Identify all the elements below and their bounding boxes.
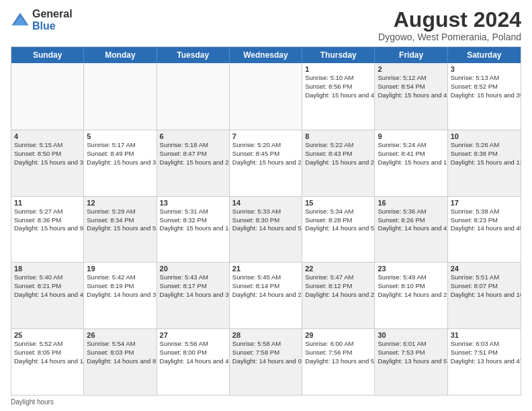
calendar-row: 11Sunrise: 5:27 AMSunset: 8:36 PMDayligh… bbox=[11, 196, 521, 263]
calendar-cell: 13Sunrise: 5:31 AMSunset: 8:32 PMDayligh… bbox=[157, 197, 230, 263]
calendar-cell: 27Sunrise: 5:56 AMSunset: 8:00 PMDayligh… bbox=[157, 329, 230, 395]
daylight-text: Daylight: 15 hours and 20 minutes. bbox=[305, 158, 371, 167]
logo: General Blue bbox=[11, 8, 73, 32]
day-number: 7 bbox=[232, 132, 299, 140]
sunrise-text: Sunrise: 5:51 AM bbox=[451, 273, 518, 282]
logo-text: General Blue bbox=[32, 8, 73, 32]
sunset-text: Sunset: 8:28 PM bbox=[305, 216, 371, 225]
sunrise-text: Sunrise: 5:34 AM bbox=[305, 208, 371, 216]
weekday-header-monday: Monday bbox=[84, 47, 157, 63]
sunset-text: Sunset: 8:47 PM bbox=[160, 150, 226, 158]
calendar-cell: 28Sunrise: 5:58 AMSunset: 7:58 PMDayligh… bbox=[230, 329, 302, 395]
calendar-cell: 30Sunrise: 6:01 AMSunset: 7:53 PMDayligh… bbox=[375, 329, 447, 395]
calendar-row: 1Sunrise: 5:10 AMSunset: 8:56 PMDaylight… bbox=[11, 63, 521, 130]
sunset-text: Sunset: 8:30 PM bbox=[232, 216, 299, 225]
sunrise-text: Sunrise: 5:13 AM bbox=[451, 74, 518, 83]
sunrise-text: Sunrise: 5:18 AM bbox=[160, 141, 226, 150]
calendar-cell: 7Sunrise: 5:20 AMSunset: 8:45 PMDaylight… bbox=[230, 130, 302, 196]
day-number: 6 bbox=[160, 132, 226, 140]
calendar-cell: 2Sunrise: 5:12 AMSunset: 8:54 PMDaylight… bbox=[375, 63, 447, 130]
calendar-cell: 6Sunrise: 5:18 AMSunset: 8:47 PMDaylight… bbox=[157, 130, 230, 196]
calendar-cell bbox=[157, 63, 230, 130]
daylight-text: Daylight: 15 hours and 12 minutes. bbox=[451, 158, 518, 167]
day-number: 5 bbox=[87, 132, 153, 140]
day-number: 10 bbox=[451, 132, 518, 140]
calendar-row: 25Sunrise: 5:52 AMSunset: 8:05 PMDayligh… bbox=[11, 328, 521, 395]
daylight-text: Daylight: 15 hours and 42 minutes. bbox=[378, 91, 444, 100]
header: General Blue August 2024 Dygowo, West Po… bbox=[11, 8, 521, 42]
sunset-text: Sunset: 8:14 PM bbox=[232, 282, 299, 291]
sunset-text: Sunset: 8:43 PM bbox=[305, 150, 371, 158]
daylight-text: Daylight: 15 hours and 35 minutes. bbox=[14, 158, 81, 167]
weekday-header-saturday: Saturday bbox=[448, 47, 521, 63]
month-year: August 2024 bbox=[378, 8, 521, 32]
sunset-text: Sunset: 8:50 PM bbox=[14, 150, 81, 158]
weekday-header-friday: Friday bbox=[375, 47, 447, 63]
sunrise-text: Sunrise: 5:26 AM bbox=[451, 141, 518, 150]
daylight-text: Daylight: 15 hours and 24 minutes. bbox=[232, 158, 299, 167]
sunset-text: Sunset: 8:41 PM bbox=[378, 150, 444, 158]
day-number: 2 bbox=[378, 65, 444, 73]
logo-blue: Blue bbox=[32, 20, 73, 32]
calendar-cell: 18Sunrise: 5:40 AMSunset: 8:21 PMDayligh… bbox=[11, 263, 84, 328]
day-number: 4 bbox=[14, 132, 81, 140]
day-number: 16 bbox=[378, 199, 444, 207]
daylight-text: Daylight: 14 hours and 53 minutes. bbox=[305, 224, 371, 233]
sunrise-text: Sunrise: 5:58 AM bbox=[232, 340, 299, 349]
sunset-text: Sunset: 8:56 PM bbox=[305, 83, 371, 91]
daylight-text: Daylight: 14 hours and 8 minutes. bbox=[87, 357, 153, 366]
sunset-text: Sunset: 7:56 PM bbox=[305, 349, 371, 357]
sunset-text: Sunset: 7:53 PM bbox=[378, 349, 444, 357]
sunset-text: Sunset: 8:54 PM bbox=[378, 83, 444, 91]
calendar-header: SundayMondayTuesdayWednesdayThursdayFrid… bbox=[11, 47, 521, 63]
weekday-header-wednesday: Wednesday bbox=[230, 47, 302, 63]
calendar-cell bbox=[11, 63, 84, 130]
daylight-text: Daylight: 14 hours and 41 minutes. bbox=[14, 291, 81, 300]
calendar-cell: 29Sunrise: 6:00 AMSunset: 7:56 PMDayligh… bbox=[302, 329, 375, 395]
page: General Blue August 2024 Dygowo, West Po… bbox=[0, 0, 532, 411]
weekday-header-sunday: Sunday bbox=[11, 47, 84, 63]
day-number: 29 bbox=[305, 331, 371, 339]
daylight-text: Daylight: 14 hours and 4 minutes. bbox=[160, 357, 226, 366]
sunset-text: Sunset: 8:32 PM bbox=[160, 216, 226, 225]
sunset-text: Sunset: 8:45 PM bbox=[232, 150, 299, 158]
calendar-cell: 14Sunrise: 5:33 AMSunset: 8:30 PMDayligh… bbox=[230, 197, 302, 263]
day-number: 23 bbox=[378, 265, 444, 273]
day-number: 25 bbox=[14, 331, 81, 339]
calendar-cell: 25Sunrise: 5:52 AMSunset: 8:05 PMDayligh… bbox=[11, 329, 84, 395]
calendar-body: 1Sunrise: 5:10 AMSunset: 8:56 PMDaylight… bbox=[11, 63, 521, 395]
day-number: 1 bbox=[305, 65, 371, 73]
daylight-label: Daylight hours bbox=[11, 398, 54, 406]
day-number: 21 bbox=[232, 265, 299, 273]
sunrise-text: Sunrise: 5:56 AM bbox=[160, 340, 226, 349]
title-block: August 2024 Dygowo, West Pomerania, Pola… bbox=[378, 8, 521, 42]
calendar-cell: 1Sunrise: 5:10 AMSunset: 8:56 PMDaylight… bbox=[302, 63, 375, 130]
calendar-cell: 24Sunrise: 5:51 AMSunset: 8:07 PMDayligh… bbox=[448, 263, 521, 328]
daylight-text: Daylight: 13 hours and 51 minutes. bbox=[378, 357, 444, 366]
sunrise-text: Sunrise: 5:27 AM bbox=[14, 208, 81, 216]
logo-icon bbox=[11, 11, 30, 30]
daylight-text: Daylight: 15 hours and 16 minutes. bbox=[378, 158, 444, 167]
day-number: 26 bbox=[87, 331, 153, 339]
sunset-text: Sunset: 8:23 PM bbox=[451, 216, 518, 225]
sunrise-text: Sunrise: 5:31 AM bbox=[160, 208, 226, 216]
daylight-text: Daylight: 15 hours and 1 minute. bbox=[160, 224, 226, 233]
calendar-cell: 23Sunrise: 5:49 AMSunset: 8:10 PMDayligh… bbox=[375, 263, 447, 328]
sunrise-text: Sunrise: 5:54 AM bbox=[87, 340, 153, 349]
day-number: 8 bbox=[305, 132, 371, 140]
sunset-text: Sunset: 8:10 PM bbox=[378, 282, 444, 291]
calendar-cell bbox=[84, 63, 157, 130]
daylight-text: Daylight: 15 hours and 5 minutes. bbox=[87, 224, 153, 233]
sunset-text: Sunset: 8:07 PM bbox=[451, 282, 518, 291]
sunrise-text: Sunrise: 6:01 AM bbox=[378, 340, 444, 349]
daylight-text: Daylight: 14 hours and 0 minutes. bbox=[232, 357, 299, 366]
day-number: 13 bbox=[160, 199, 226, 207]
daylight-text: Daylight: 14 hours and 49 minutes. bbox=[378, 224, 444, 233]
sunrise-text: Sunrise: 5:12 AM bbox=[378, 74, 444, 83]
calendar-row: 4Sunrise: 5:15 AMSunset: 8:50 PMDaylight… bbox=[11, 130, 521, 196]
sunset-text: Sunset: 8:49 PM bbox=[87, 150, 153, 158]
calendar-cell: 22Sunrise: 5:47 AMSunset: 8:12 PMDayligh… bbox=[302, 263, 375, 328]
sunset-text: Sunset: 8:36 PM bbox=[14, 216, 81, 225]
sunrise-text: Sunrise: 5:36 AM bbox=[378, 208, 444, 216]
daylight-text: Daylight: 14 hours and 45 minutes. bbox=[451, 224, 518, 233]
